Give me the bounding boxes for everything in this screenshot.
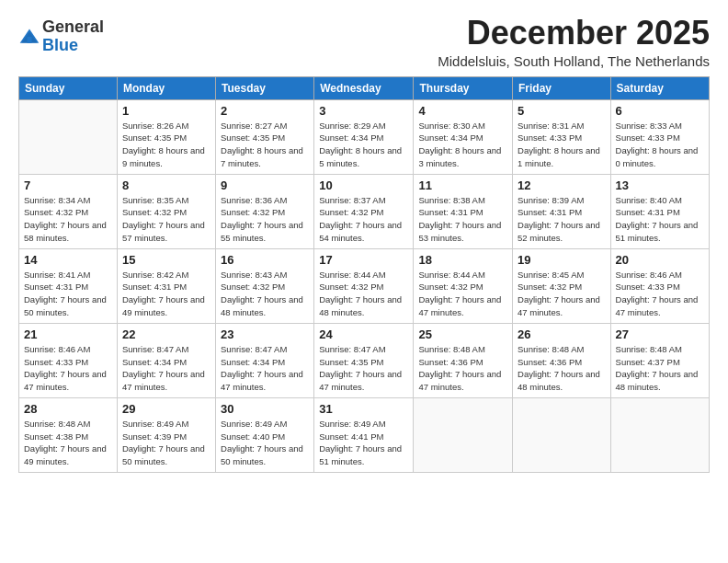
header-day-thursday: Thursday xyxy=(414,76,513,99)
calendar-cell: 21Sunrise: 8:46 AM Sunset: 4:33 PM Dayli… xyxy=(19,323,118,397)
day-number: 6 xyxy=(616,104,704,118)
day-info: Sunrise: 8:35 AM Sunset: 4:32 PM Dayligh… xyxy=(122,194,210,245)
day-number: 7 xyxy=(24,178,112,192)
header-day-monday: Monday xyxy=(117,76,215,99)
day-number: 15 xyxy=(122,253,210,267)
day-info: Sunrise: 8:47 AM Sunset: 4:34 PM Dayligh… xyxy=(122,343,210,394)
calendar-cell xyxy=(414,397,513,472)
logo-icon xyxy=(18,26,40,48)
header-day-tuesday: Tuesday xyxy=(216,76,314,99)
day-number: 31 xyxy=(319,402,408,416)
calendar-cell: 5Sunrise: 8:31 AM Sunset: 4:33 PM Daylig… xyxy=(513,99,611,174)
calendar-cell: 31Sunrise: 8:49 AM Sunset: 4:41 PM Dayli… xyxy=(314,397,414,472)
calendar-cell: 6Sunrise: 8:33 AM Sunset: 4:33 PM Daylig… xyxy=(610,99,709,174)
header-day-saturday: Saturday xyxy=(610,76,709,99)
logo-blue-text: Blue xyxy=(42,36,78,54)
logo-general-text: General xyxy=(42,17,104,36)
calendar-cell: 22Sunrise: 8:47 AM Sunset: 4:34 PM Dayli… xyxy=(117,323,215,397)
day-number: 21 xyxy=(24,327,112,341)
calendar-cell: 19Sunrise: 8:45 AM Sunset: 4:32 PM Dayli… xyxy=(513,248,611,323)
calendar-cell: 18Sunrise: 8:44 AM Sunset: 4:32 PM Dayli… xyxy=(414,248,513,323)
day-info: Sunrise: 8:49 AM Sunset: 4:40 PM Dayligh… xyxy=(221,418,309,468)
calendar-cell: 28Sunrise: 8:48 AM Sunset: 4:38 PM Dayli… xyxy=(19,397,118,472)
day-number: 18 xyxy=(418,253,507,267)
day-info: Sunrise: 8:44 AM Sunset: 4:32 PM Dayligh… xyxy=(418,269,507,319)
day-info: Sunrise: 8:31 AM Sunset: 4:33 PM Dayligh… xyxy=(518,120,606,170)
calendar-cell: 7Sunrise: 8:34 AM Sunset: 4:32 PM Daylig… xyxy=(19,174,118,248)
day-info: Sunrise: 8:40 AM Sunset: 4:31 PM Dayligh… xyxy=(616,194,704,245)
day-info: Sunrise: 8:29 AM Sunset: 4:34 PM Dayligh… xyxy=(319,120,408,170)
calendar-cell: 4Sunrise: 8:30 AM Sunset: 4:34 PM Daylig… xyxy=(414,99,513,174)
calendar-cell: 10Sunrise: 8:37 AM Sunset: 4:32 PM Dayli… xyxy=(314,174,414,248)
calendar-week-4: 28Sunrise: 8:48 AM Sunset: 4:38 PM Dayli… xyxy=(19,397,710,472)
day-number: 9 xyxy=(221,178,309,192)
day-info: Sunrise: 8:48 AM Sunset: 4:37 PM Dayligh… xyxy=(616,343,704,394)
calendar-table: SundayMondayTuesdayWednesdayThursdayFrid… xyxy=(18,76,710,473)
day-info: Sunrise: 8:37 AM Sunset: 4:32 PM Dayligh… xyxy=(319,194,408,245)
day-info: Sunrise: 8:34 AM Sunset: 4:32 PM Dayligh… xyxy=(24,194,112,245)
day-number: 8 xyxy=(122,178,210,192)
day-info: Sunrise: 8:42 AM Sunset: 4:31 PM Dayligh… xyxy=(122,269,210,319)
day-info: Sunrise: 8:36 AM Sunset: 4:32 PM Dayligh… xyxy=(221,194,309,245)
calendar-cell: 24Sunrise: 8:47 AM Sunset: 4:35 PM Dayli… xyxy=(314,323,414,397)
calendar-cell: 12Sunrise: 8:39 AM Sunset: 4:31 PM Dayli… xyxy=(513,174,611,248)
day-info: Sunrise: 8:48 AM Sunset: 4:36 PM Dayligh… xyxy=(418,343,507,394)
calendar-cell: 26Sunrise: 8:48 AM Sunset: 4:36 PM Dayli… xyxy=(513,323,611,397)
day-info: Sunrise: 8:47 AM Sunset: 4:34 PM Dayligh… xyxy=(221,343,309,394)
day-info: Sunrise: 8:48 AM Sunset: 4:38 PM Dayligh… xyxy=(24,418,112,468)
day-number: 5 xyxy=(518,104,606,118)
calendar-week-1: 7Sunrise: 8:34 AM Sunset: 4:32 PM Daylig… xyxy=(19,174,710,248)
day-number: 25 xyxy=(418,327,507,341)
calendar-cell: 1Sunrise: 8:26 AM Sunset: 4:35 PM Daylig… xyxy=(117,99,215,174)
svg-rect-2 xyxy=(27,37,31,43)
calendar-cell: 11Sunrise: 8:38 AM Sunset: 4:31 PM Dayli… xyxy=(414,174,513,248)
calendar-cell: 29Sunrise: 8:49 AM Sunset: 4:39 PM Dayli… xyxy=(117,397,215,472)
day-number: 13 xyxy=(616,178,704,192)
day-info: Sunrise: 8:33 AM Sunset: 4:33 PM Dayligh… xyxy=(616,120,704,170)
calendar-cell: 23Sunrise: 8:47 AM Sunset: 4:34 PM Dayli… xyxy=(216,323,314,397)
day-info: Sunrise: 8:49 AM Sunset: 4:41 PM Dayligh… xyxy=(319,418,408,468)
day-info: Sunrise: 8:30 AM Sunset: 4:34 PM Dayligh… xyxy=(418,120,507,170)
calendar-cell xyxy=(513,397,611,472)
calendar-cell: 30Sunrise: 8:49 AM Sunset: 4:40 PM Dayli… xyxy=(216,397,314,472)
day-number: 14 xyxy=(24,253,112,267)
header-day-wednesday: Wednesday xyxy=(314,76,414,99)
day-number: 19 xyxy=(518,253,606,267)
calendar-cell: 3Sunrise: 8:29 AM Sunset: 4:34 PM Daylig… xyxy=(314,99,414,174)
calendar-cell: 27Sunrise: 8:48 AM Sunset: 4:37 PM Dayli… xyxy=(610,323,709,397)
month-title: December 2025 xyxy=(438,15,710,52)
day-number: 2 xyxy=(221,104,309,118)
day-number: 4 xyxy=(418,104,507,118)
day-number: 28 xyxy=(24,402,112,416)
day-info: Sunrise: 8:38 AM Sunset: 4:31 PM Dayligh… xyxy=(418,194,507,245)
calendar-week-2: 14Sunrise: 8:41 AM Sunset: 4:31 PM Dayli… xyxy=(19,248,710,323)
header: General Blue December 2025 Middelsluis, … xyxy=(18,15,710,69)
day-number: 24 xyxy=(319,327,408,341)
day-number: 16 xyxy=(221,253,309,267)
day-number: 10 xyxy=(319,178,408,192)
day-info: Sunrise: 8:26 AM Sunset: 4:35 PM Dayligh… xyxy=(122,120,210,170)
calendar-header-row: SundayMondayTuesdayWednesdayThursdayFrid… xyxy=(19,76,710,99)
day-info: Sunrise: 8:43 AM Sunset: 4:32 PM Dayligh… xyxy=(221,269,309,319)
calendar-cell: 25Sunrise: 8:48 AM Sunset: 4:36 PM Dayli… xyxy=(414,323,513,397)
title-block: December 2025 Middelsluis, South Holland… xyxy=(438,15,710,69)
day-number: 22 xyxy=(122,327,210,341)
calendar-cell xyxy=(19,99,118,174)
calendar-week-3: 21Sunrise: 8:46 AM Sunset: 4:33 PM Dayli… xyxy=(19,323,710,397)
calendar-cell: 2Sunrise: 8:27 AM Sunset: 4:35 PM Daylig… xyxy=(216,99,314,174)
day-info: Sunrise: 8:46 AM Sunset: 4:33 PM Dayligh… xyxy=(24,343,112,394)
day-info: Sunrise: 8:44 AM Sunset: 4:32 PM Dayligh… xyxy=(319,269,408,319)
calendar-week-0: 1Sunrise: 8:26 AM Sunset: 4:35 PM Daylig… xyxy=(19,99,710,174)
calendar-cell: 20Sunrise: 8:46 AM Sunset: 4:33 PM Dayli… xyxy=(610,248,709,323)
day-number: 1 xyxy=(122,104,210,118)
day-number: 12 xyxy=(518,178,606,192)
calendar-cell: 13Sunrise: 8:40 AM Sunset: 4:31 PM Dayli… xyxy=(610,174,709,248)
day-number: 26 xyxy=(518,327,606,341)
day-info: Sunrise: 8:47 AM Sunset: 4:35 PM Dayligh… xyxy=(319,343,408,394)
day-info: Sunrise: 8:45 AM Sunset: 4:32 PM Dayligh… xyxy=(518,269,606,319)
calendar-cell: 9Sunrise: 8:36 AM Sunset: 4:32 PM Daylig… xyxy=(216,174,314,248)
day-number: 20 xyxy=(616,253,704,267)
header-day-sunday: Sunday xyxy=(19,76,118,99)
day-number: 29 xyxy=(122,402,210,416)
day-info: Sunrise: 8:27 AM Sunset: 4:35 PM Dayligh… xyxy=(221,120,309,170)
